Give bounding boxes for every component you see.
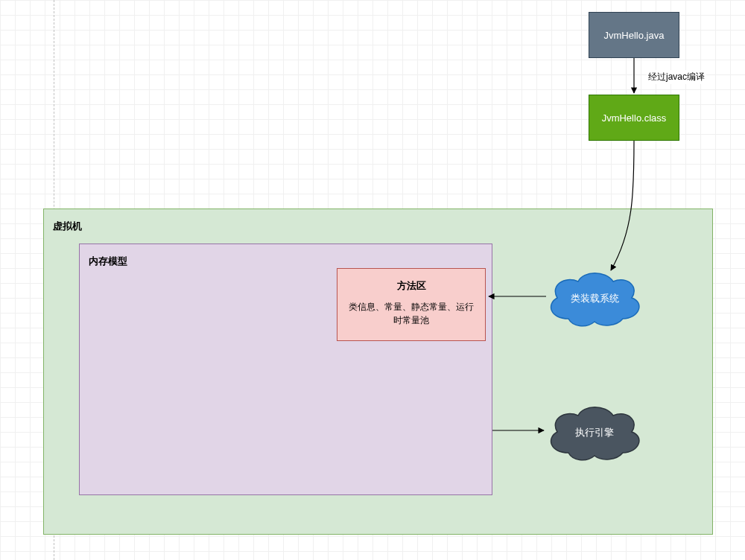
- execution-engine-cloud[interactable]: 执行引擎: [542, 401, 647, 465]
- class-loader-cloud[interactable]: 类装载系统: [542, 267, 647, 331]
- method-area-node[interactable]: 方法区 类信息、常量、静态常量、运行时常量池: [337, 268, 486, 341]
- class-file-node[interactable]: JvmHello.class: [589, 95, 679, 141]
- class-loader-label: 类装载系统: [571, 292, 619, 305]
- vm-title: 虚拟机: [53, 220, 82, 233]
- execution-engine-label: 执行引擎: [575, 426, 614, 439]
- class-file-label: JvmHello.class: [602, 112, 667, 124]
- javac-compile-label: 经过javac编译: [647, 70, 706, 84]
- method-area-title: 方法区: [345, 279, 478, 293]
- java-source-label: JvmHello.java: [604, 30, 665, 41]
- memory-model-title: 内存模型: [89, 255, 127, 268]
- java-source-node[interactable]: JvmHello.java: [589, 12, 679, 58]
- method-area-desc: 类信息、常量、静态常量、运行时常量池: [345, 300, 478, 327]
